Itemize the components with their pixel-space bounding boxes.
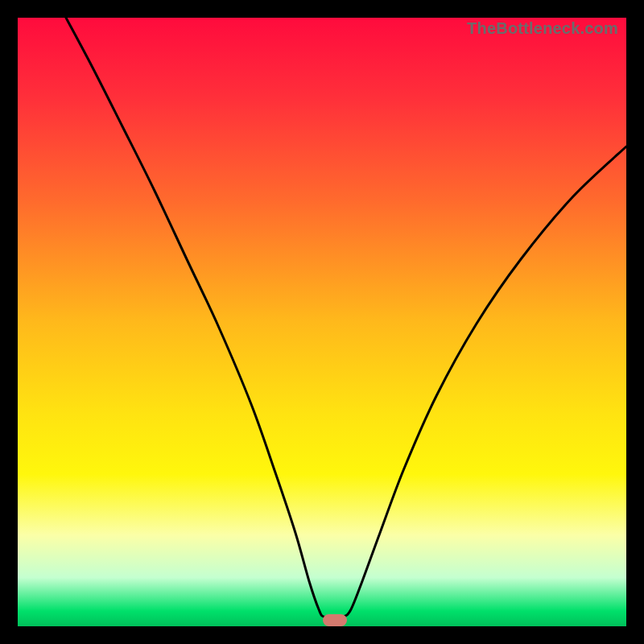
bottleneck-curve — [66, 18, 626, 617]
watermark-text: TheBottleneck.com — [467, 19, 618, 38]
curve-svg — [18, 18, 626, 626]
plot-area: TheBottleneck.com — [18, 18, 626, 626]
optimal-marker — [323, 614, 347, 626]
chart-frame: TheBottleneck.com — [0, 0, 644, 644]
